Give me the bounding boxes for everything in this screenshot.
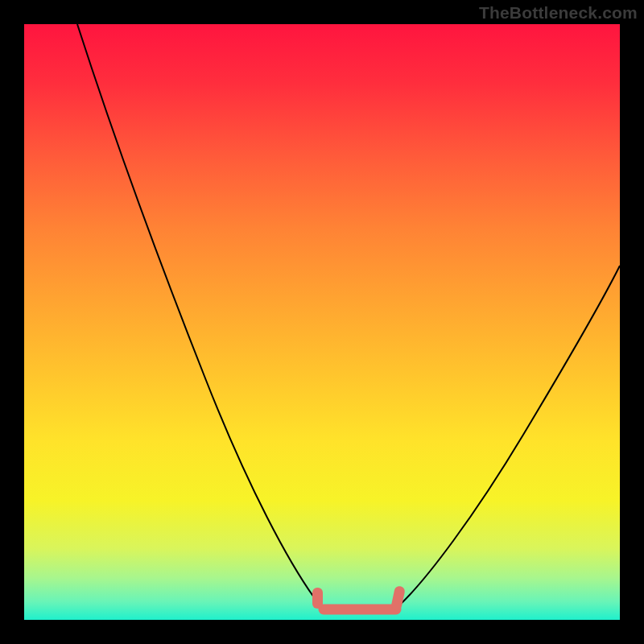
- right-nub: [390, 585, 406, 611]
- watermark-text: TheBottleneck.com: [479, 3, 638, 23]
- left-nub: [312, 588, 323, 609]
- plot-area: [24, 24, 620, 620]
- right-curve: [399, 266, 620, 605]
- left-curve: [77, 24, 320, 605]
- chart-frame: TheBottleneck.com: [0, 0, 644, 644]
- chart-svg: [24, 24, 620, 620]
